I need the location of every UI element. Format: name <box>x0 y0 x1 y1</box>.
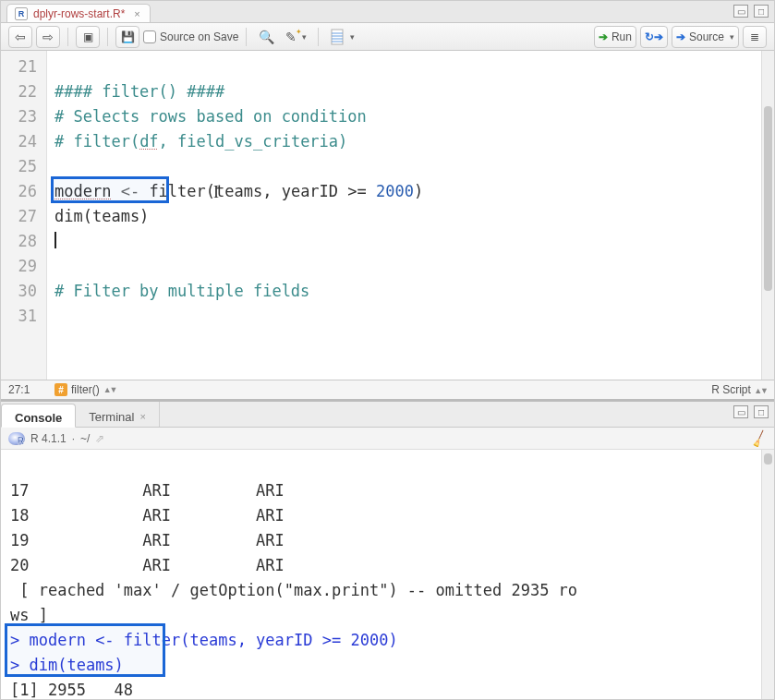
section-breadcrumb[interactable]: # filter() ▲▼ <box>54 383 116 396</box>
section-label: filter() <box>71 383 100 396</box>
cursor-position: 27:1 <box>8 383 45 396</box>
console-line: [1] 2955 48 <box>10 681 133 699</box>
arrow-left-icon: ⇦ <box>15 30 26 44</box>
line-number-gutter: 2122232425 262728293031 <box>1 51 47 380</box>
console-line: [ reached 'max' / getOption("max.print")… <box>10 581 577 599</box>
notebook-icon <box>330 29 345 45</box>
console-line: 20 ARI ARI <box>10 556 285 574</box>
file-tab[interactable]: R dplyr-rows-start.R* × <box>6 4 151 22</box>
working-dir-label: ~/ <box>80 432 90 445</box>
find-button[interactable]: 🔍 <box>254 26 278 48</box>
source-on-save-checkbox[interactable] <box>143 30 156 43</box>
console-line: 18 ARI ARI <box>10 506 285 525</box>
code-line: # Selects rows based on condition <box>54 107 367 126</box>
scrollbar-thumb[interactable] <box>764 453 772 465</box>
console-line: ws ] <box>10 606 48 624</box>
editor-scrollbar[interactable] <box>761 51 774 380</box>
editor-tab-bar: R dplyr-rows-start.R* × ▭ □ <box>1 1 774 23</box>
rerun-button[interactable]: ↻➔ <box>640 26 668 48</box>
source-on-save-label: Source on Save <box>160 30 238 43</box>
close-icon[interactable]: × <box>139 411 145 422</box>
outline-icon: ≣ <box>750 30 759 43</box>
r-logo-icon <box>8 432 25 445</box>
show-in-new-window-button[interactable]: ▣ <box>76 26 100 48</box>
svg-rect-0 <box>332 30 343 44</box>
tab-console[interactable]: Console <box>1 404 76 428</box>
maximize-icon[interactable]: □ <box>754 5 769 18</box>
updown-icon: ▲▼ <box>754 386 767 395</box>
console-prompt-line: > dim(teams) <box>10 656 124 674</box>
section-icon: # <box>54 383 67 396</box>
code-content[interactable]: #### filter() #### # Selects rows based … <box>47 51 761 380</box>
editor-status-bar: 27:1 # filter() ▲▼ R Script ▲▼ <box>1 380 774 399</box>
back-button[interactable]: ⇦ <box>8 26 32 48</box>
run-label: Run <box>612 30 632 43</box>
minimize-icon[interactable]: ▭ <box>733 405 748 418</box>
updown-icon: ▲▼ <box>103 385 116 394</box>
console-prompt-line: > modern <- filter(teams, yearID >= 2000… <box>10 631 398 649</box>
clear-console-icon[interactable]: 🧹 <box>749 428 769 448</box>
source-button[interactable]: ➔ Source ▾ <box>672 26 739 48</box>
pane-window-controls: ▭ □ <box>733 405 769 418</box>
run-icon: ➔ <box>599 30 608 43</box>
code-line: # Filter by multiple fields <box>54 282 309 300</box>
code-tools-button[interactable]: ✎▾ <box>282 26 310 48</box>
maximize-icon[interactable]: □ <box>754 405 769 418</box>
editor-pane: R dplyr-rows-start.R* × ▭ □ ⇦ ⇨ ▣ 💾 Sour… <box>1 1 774 400</box>
popout-icon: ▣ <box>83 30 93 43</box>
code-line: dim(teams) <box>54 207 149 225</box>
rerun-icon: ↻➔ <box>645 30 663 43</box>
editor-toolbar: ⇦ ⇨ ▣ 💾 Source on Save 🔍 ✎▾ ▾ ➔ Run <box>1 23 774 50</box>
code-line: #### filter() #### <box>54 82 224 101</box>
scrollbar-thumb[interactable] <box>764 106 772 291</box>
save-icon: 💾 <box>121 30 135 43</box>
save-button[interactable]: 💾 <box>115 26 139 48</box>
wand-icon: ✎ <box>285 30 297 44</box>
tab-terminal[interactable]: Terminal × <box>76 402 160 427</box>
outline-button[interactable]: ≣ <box>743 26 767 48</box>
pane-window-controls: ▭ □ <box>733 5 769 18</box>
code-line: # filter(df, field_vs_criteria) <box>54 132 347 151</box>
console-line: 17 ARI ARI <box>10 481 285 500</box>
tab-terminal-label: Terminal <box>89 410 134 424</box>
text-caret <box>54 232 56 248</box>
minimize-icon[interactable]: ▭ <box>733 5 748 18</box>
source-icon: ➔ <box>676 30 685 43</box>
text-cursor-icon: I <box>213 180 219 205</box>
source-label: Source <box>689 30 724 43</box>
tab-console-label: Console <box>15 411 62 425</box>
r-version-label: R 4.1.1 <box>30 432 67 445</box>
language-label: R Script <box>711 383 751 396</box>
console-info-bar: R 4.1.1 · ~/ ⇗ 🧹 <box>1 428 774 450</box>
console-pane: Console Terminal × ▭ □ R 4.1.1 · ~/ ⇗ 🧹 … <box>1 400 774 700</box>
forward-button[interactable]: ⇨ <box>36 26 60 48</box>
compile-report-button[interactable]: ▾ <box>326 26 358 48</box>
console-line: 19 ARI ARI <box>10 531 285 549</box>
arrow-right-icon: ⇨ <box>42 30 54 44</box>
console-scrollbar[interactable] <box>761 450 774 700</box>
language-selector[interactable]: R Script ▲▼ <box>711 383 767 396</box>
file-tab-label: dplyr-rows-start.R* <box>33 7 125 20</box>
console-output[interactable]: 17 ARI ARI 18 ARI ARI 19 ARI ARI 20 ARI … <box>1 450 774 700</box>
console-tab-bar: Console Terminal × ▭ □ <box>1 402 774 428</box>
code-editor[interactable]: 2122232425 262728293031 #### filter() ##… <box>1 51 774 380</box>
code-line: modern <- filter(teams, yearID >= 2000) <box>54 182 423 200</box>
run-button[interactable]: ➔ Run <box>594 26 636 48</box>
close-icon[interactable]: × <box>134 8 139 19</box>
share-icon[interactable]: ⇗ <box>95 432 104 445</box>
r-file-icon: R <box>15 7 28 20</box>
search-icon: 🔍 <box>259 30 274 44</box>
